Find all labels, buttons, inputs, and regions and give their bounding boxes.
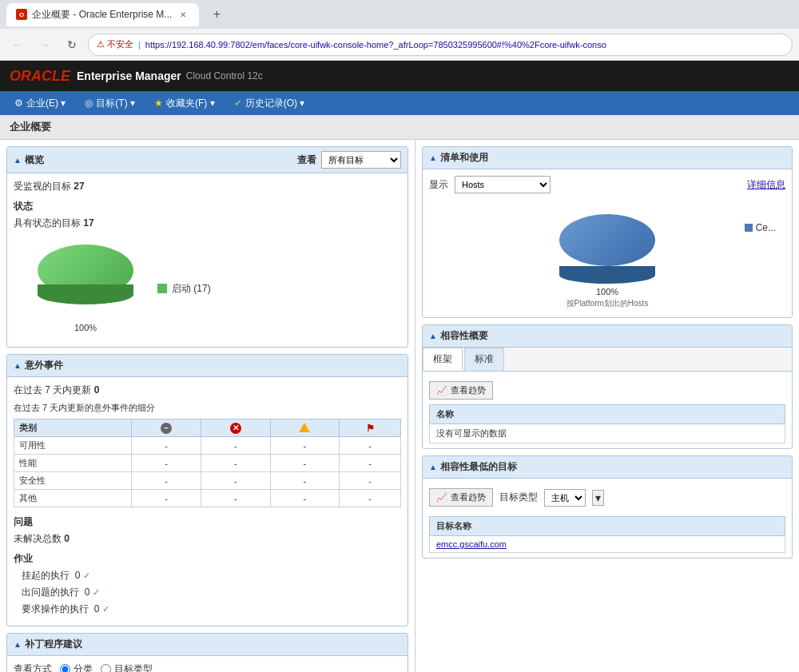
nav-favorites-label: 收藏夹(F) ▾ (166, 97, 215, 110)
flag-icon: ⚑ (366, 423, 375, 434)
oracle-cloud-label: Cloud Control 12c (186, 70, 263, 82)
radio-classification[interactable]: 分类 (60, 662, 93, 672)
detail-link[interactable]: 详细信息 (747, 178, 785, 192)
target-type-dropdown[interactable]: 主机 (544, 489, 586, 507)
table-row: 其他 ---- (14, 490, 401, 507)
view-trend-button-2[interactable]: 📈 查看趋势 (429, 488, 493, 507)
col-minus-icon: − (132, 420, 201, 437)
overview-chart-area: 100% 启动 (17) (14, 237, 401, 340)
trend-chart-icon-2: 📈 (436, 492, 447, 503)
oracle-logo: ORACLE (10, 68, 70, 85)
incidents-arrow: ▲ (14, 361, 22, 370)
nav-enterprise[interactable]: ⚙ 企业(E) ▾ (6, 93, 74, 113)
cleanup-chart-area: 100% Ce... 按Platform划出的Hosts (423, 206, 792, 317)
row-security: 安全性 (14, 472, 132, 490)
suspended-row: 挂起的执行 0 ✓ (14, 569, 401, 583)
right-panel: ▲ 清单和使用 显示 Hosts 详细信息 100% (415, 140, 799, 672)
overview-section: ▲ 概览 查看 所有目标 受监视的目标 27 状态 具有状态的目标 17 (6, 146, 408, 348)
back-button[interactable]: ← (6, 34, 29, 56)
tab-favicon: O (16, 9, 27, 20)
error-row: 出问题的执行 0 ✓ (14, 586, 401, 599)
col-flag-icon: ⚑ (340, 420, 401, 437)
table-row: 可用性 ---- (14, 437, 401, 455)
legend-item-started: 启动 (17) (157, 282, 211, 296)
status-title: 状态 (14, 200, 401, 213)
patch-body: 查看方式 分类 目标类型 (7, 656, 407, 672)
row-performance: 性能 (14, 455, 132, 472)
cleanup-section: ▲ 清单和使用 显示 Hosts 详细信息 100% (422, 146, 793, 318)
pie-subtitle: 按Platform划出的Hosts (439, 298, 776, 309)
active-tab[interactable]: O 企业概要 - Oracle Enterprise M... ✕ (6, 3, 199, 26)
nav-favorites[interactable]: ★ 收藏夹(F) ▾ (146, 93, 223, 113)
radio-target-type-input[interactable] (101, 664, 111, 672)
radio-target-type[interactable]: 目标类型 (101, 662, 153, 672)
overview-header: ▲ 概览 查看 所有目标 (7, 147, 407, 173)
view-dropdown[interactable]: 所有目标 (321, 151, 401, 169)
refresh-button[interactable]: ↻ (61, 34, 83, 56)
new-tab-button[interactable]: + (205, 3, 228, 26)
cleanup-arrow: ▲ (429, 153, 437, 162)
legend-box-right (745, 224, 753, 232)
lowest-compliance-title: 相容性最低的目标 (440, 460, 517, 474)
check-icon-error: ✓ (93, 587, 100, 597)
updated-count-row: 在过去 7 天内更新 0 (14, 384, 401, 397)
x-icon: ✕ (230, 423, 241, 434)
target-link[interactable]: emcc.gscaifu.com (436, 539, 507, 549)
target-type-dropdown-btn[interactable]: ▾ (592, 490, 604, 506)
target-col-header: 目标名称 (430, 517, 785, 536)
lowest-compliance-arrow: ▲ (429, 463, 437, 471)
browser-tab-bar: O 企业概要 - Oracle Enterprise M... ✕ + (0, 0, 799, 29)
target-cell: emcc.gscaifu.com (430, 536, 785, 553)
compliance-summary-section: ▲ 相容性概要 框架 标准 📈 查看趋势 名称 没有可显 (422, 324, 793, 449)
incidents-table: 类别 − ✕ ⚑ 可用性 ---- 性能 (14, 419, 401, 507)
pie-top-face-right (559, 214, 655, 266)
nav-enterprise-label: 企业(E) ▾ (26, 97, 66, 110)
table-row: 没有可显示的数据 (430, 424, 785, 443)
table-row: 性能 ---- (14, 455, 401, 472)
tab-framework[interactable]: 框架 (423, 348, 463, 371)
legend-label-started: 启动 (17) (172, 282, 211, 296)
left-panel: ▲ 概览 查看 所有目标 受监视的目标 27 状态 具有状态的目标 17 (0, 140, 415, 672)
view-label: 查看 (297, 153, 316, 167)
target-type-label: 目标类型 (499, 491, 538, 504)
pie-side-face-right (559, 266, 655, 284)
table-row: 安全性 ---- (14, 472, 401, 490)
cleanup-title: 清单和使用 (440, 151, 488, 165)
incidents-section: ▲ 意外事件 在过去 7 天内更新 0 在过去 7 天内更新的意外事件的细分 类… (6, 354, 408, 626)
col-triangle-icon (270, 420, 340, 437)
app-navigation: ⚙ 企业(E) ▾ ◎ 目标(T) ▾ ★ 收藏夹(F) ▾ ✔ 历史记录(O)… (0, 91, 799, 115)
tab-close-button[interactable]: ✕ (177, 8, 189, 21)
forward-button[interactable]: → (34, 34, 56, 56)
tab-standard[interactable]: 标准 (464, 348, 504, 371)
row-availability: 可用性 (14, 437, 132, 455)
incidents-header: ▲ 意外事件 (7, 355, 407, 377)
lowest-compliance-controls: 📈 查看趋势 目标类型 主机 ▾ (429, 483, 785, 511)
cleanup-pie-chart: 100% (551, 214, 663, 296)
radio-classification-input[interactable] (60, 664, 70, 672)
nav-history[interactable]: ✔ 历史记录(O) ▾ (226, 93, 313, 113)
col-category: 类别 (14, 420, 132, 437)
compliance-summary-arrow: ▲ (429, 332, 437, 340)
page-title: 企业概要 (0, 115, 799, 140)
incidents-body: 在过去 7 天内更新 0 在过去 7 天内更新的意外事件的细分 类别 − ✕ ⚑ (7, 377, 407, 626)
incidents-title: 意外事件 (25, 359, 63, 372)
compliance-summary-body: 📈 查看趋势 名称 没有可显示的数据 (423, 372, 792, 448)
browser-navigation: ← → ↻ ⚠ 不安全 | https://192.168.40.99:7802… (0, 29, 799, 61)
oracle-em-label: Enterprise Manager (77, 70, 181, 82)
pie-side-face (38, 284, 133, 304)
legend-item-right: Ce... (745, 222, 776, 233)
display-dropdown[interactable]: Hosts (455, 176, 551, 193)
breakdown-label: 在过去 7 天内更新的意外事件的细分 (14, 402, 401, 414)
cleanup-header: ▲ 清单和使用 (423, 147, 792, 169)
main-content: ▲ 概览 查看 所有目标 受监视的目标 27 状态 具有状态的目标 17 (0, 140, 799, 672)
address-bar[interactable]: ⚠ 不安全 | https://192.168.40.99:7802/em/fa… (88, 34, 793, 56)
overview-body: 受监视的目标 27 状态 具有状态的目标 17 100% (7, 173, 407, 347)
tab-title: 企业概要 - Oracle Enterprise M... (32, 8, 172, 22)
lowest-compliance-body: 📈 查看趋势 目标类型 主机 ▾ 目标名称 (423, 479, 792, 558)
nav-targets[interactable]: ◎ 目标(T) ▾ (77, 93, 143, 113)
view-trend-button[interactable]: 📈 查看趋势 (429, 381, 493, 400)
chart-legend: 启动 (17) (157, 282, 211, 296)
table-row: emcc.gscaifu.com (430, 536, 785, 553)
right-pie-legend: Ce... (745, 222, 776, 233)
legend-color-started (157, 284, 167, 293)
